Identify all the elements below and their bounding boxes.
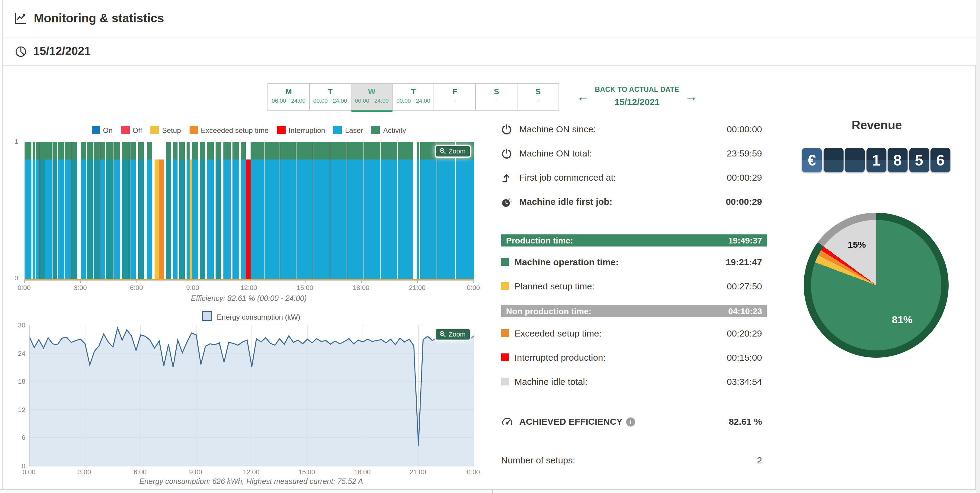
revenue-digit-tile: 5 [909,148,929,172]
stat-value: 2 [757,454,762,466]
timeline-ymax-label: 1 [14,138,18,145]
revenue-title: Revenue [802,118,951,132]
legend-swatch [121,126,129,134]
timeline-x-tick-label: 9:00 [182,284,204,291]
timeline-x-tick [80,280,81,283]
timeline-segment-laser [100,159,105,280]
timeline-x-tick-label: 12:00 [238,284,259,291]
stat-value: 00:27:50 [727,280,762,292]
stat-label: Machine idle total: [514,376,587,388]
revenue-digit-tile: 8 [888,148,908,172]
legend-swatch [277,126,286,134]
status-timeline-chart: Zoom [24,142,474,281]
timeline-x-tick [473,280,474,283]
timeline-segment-activity [87,142,93,159]
week-tab-range-label: 00:00 - 24:00 [393,97,434,104]
timeline-segment-activity [166,142,171,159]
timeline-segment-laser-activity [39,159,45,280]
week-tab-range-label: 00:00 - 24:00 [351,97,392,104]
timeline-segment-activity [207,142,214,159]
info-icon[interactable]: i [626,418,635,426]
timeline-segment-laser-activity [122,159,129,280]
legend-label: Exceeded setup time [201,126,269,135]
week-tab-2-T[interactable]: T00:00 - 24:00 [309,83,352,110]
legend-item-setup: Setup [151,126,181,135]
legend-label: Off [132,126,142,135]
timeline-segment-activity [420,142,437,159]
pie-clock-icon [14,45,27,58]
timeline-segment-laser [398,159,413,280]
stat-row-interrupted-production-: Interrupted production:00:15:00 [501,352,767,364]
timeline-segment-activity [192,142,198,159]
timeline-segment-laser-activity [87,159,93,280]
energy-x-tick-label: 15:00 [296,468,318,475]
legend-item-exceeded-setup-time: Exceeded setup time [189,126,269,135]
stat-row-number-of-setups-: Number of setups:2 [501,454,767,466]
timeline-segment-laser [381,159,397,280]
timeline-segment-activity [241,142,246,159]
timeline-segment-activity [216,142,221,159]
stat-label: Machine idle first job: [519,196,612,208]
timeline-segment-activity [81,142,87,159]
energy-legend-swatch [202,311,212,321]
timeline-zoom-button[interactable]: Zoom [435,145,471,158]
pie-chart [811,220,941,350]
stat-color-square [501,329,509,337]
stat-row-machine-on-total-: Machine ON total:23:59:59 [501,147,767,160]
timeline-segment-activity [114,142,120,159]
week-tab-5-F[interactable]: F- [434,83,476,110]
revenue-digit-tile: 6 [931,148,950,172]
timeline-segment-activity [330,142,347,159]
timeline-segment-activity [265,142,279,159]
timeline-x-tick [361,280,362,283]
timeline-x-tick [24,280,25,283]
week-tab-day-label: T [310,87,351,96]
stat-bar-production-time-: Production time:19:49:37 [501,235,767,247]
timeline-segment-activity [232,142,239,159]
pie-idle-percent-label: 15% [841,239,872,249]
timeline-x-tick-label: 15:00 [294,284,316,291]
timeline-segment-laser [265,159,279,280]
stat-row-achieved-efficiency: ACHIEVED EFFICIENCYi82.61 % [501,416,767,428]
timeline-segment-activity [25,142,32,159]
legend-swatch [151,126,159,134]
timeline-segment-laser [314,159,330,280]
timeline-x-tick-label: 3:00 [70,284,91,291]
page-header: Monitoring & statistics [3,0,976,37]
timeline-segment-laser [347,159,363,280]
energy-y-tick-label: 6 [10,434,25,441]
timeline-segment-setup [190,159,192,280]
week-tab-4-T[interactable]: T00:00 - 24:00 [392,83,434,110]
page-title: Monitoring & statistics [34,11,164,26]
timeline-x-tick-label: 18:00 [350,284,372,291]
energy-zoom-button[interactable]: Zoom [435,328,471,341]
vertical-scrollbar[interactable] [975,0,980,493]
stat-color-square [501,378,509,386]
energy-legend: Energy consumption (kW) [29,311,473,321]
stat-bar-non-production-time-: Non production time:04:10:23 [501,305,767,317]
legend-label: Activity [383,126,406,135]
stat-label: Interrupted production: [514,352,606,364]
stat-row-machine-idle-total-: Machine idle total:03:34:54 [501,376,767,388]
energy-caption: Energy consumption: 626 kWh, Highest mea… [29,477,473,486]
week-tab-1-M[interactable]: M06:00 - 24:00 [267,83,310,110]
timeline-segment-activity [130,142,136,159]
timeline-segment-activity [52,142,58,159]
timeline-segment-interruption [246,159,251,280]
revenue-currency-tile: € [802,148,822,172]
timeline-segment-laser-activity [179,159,185,280]
week-tab-3-W[interactable]: W00:00 - 24:00 [350,83,393,110]
date-header: 15/12/2021 [3,37,976,66]
energy-x-tick-label: 9:00 [185,468,207,475]
timeline-segment-laser [33,159,35,280]
timeline-segment-activity [417,142,419,159]
timeline-segment-activity [347,142,363,159]
timeline-x-tick-label: 0:00 [13,284,35,291]
energy-y-tick-label: 12 [10,406,25,413]
svg-text:z: z [508,197,510,200]
legend-swatch [189,126,198,134]
week-tab-range-label: 00:00 - 24:00 [310,97,351,104]
pie-operation-percent-label: 81% [885,314,919,326]
timeline-segment-laser-activity [200,159,205,280]
power-icon [501,124,512,135]
